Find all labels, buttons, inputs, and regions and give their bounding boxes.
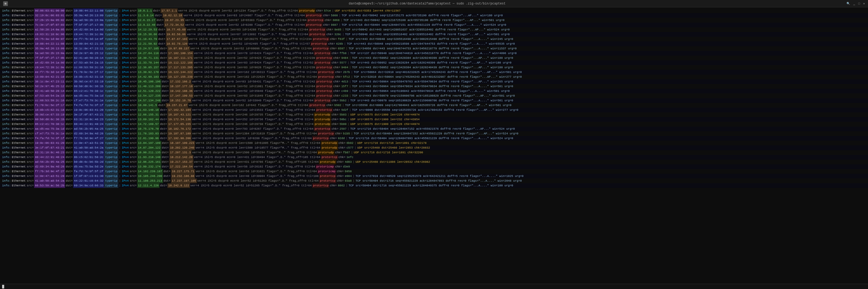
ip-dst-val: 18.62.12.18 (162, 13, 183, 18)
pipe1: | (118, 117, 121, 122)
log-line: info: Ethernet src=a7:53:a9:54:2a:15 dst… (0, 93, 868, 98)
eth-dst-label: dst= (65, 18, 73, 23)
eth-src-label: src= (26, 8, 34, 13)
ip-dst-label: dst= (163, 178, 171, 183)
search-icon[interactable]: 🔍 (846, 2, 850, 5)
eth-type: type=ip (104, 160, 118, 164)
chk-label: chk= (315, 8, 323, 13)
minimize-icon[interactable]: ⎯ (853, 2, 855, 5)
eth-src-mac: 13:09:84:42:21:10 (34, 75, 65, 79)
ipv4-label: IPv4 (121, 169, 129, 174)
eth-type: type=ip (104, 13, 118, 18)
ip-src-val: 11.48.113.209 (137, 84, 161, 89)
eth-src-label: src= (26, 136, 34, 141)
ip-src-val: 11.93.218.148 (137, 155, 161, 160)
log-line: info: Ethernet src=eb:75:3a:1d:0e:07 dst… (0, 37, 868, 41)
eth-label: Ethernet (11, 75, 26, 79)
log-line: info: Ethernet src=35:9a:4d:26:13:09 dst… (0, 46, 868, 51)
log-line: info: Ethernet src=3b:9d:ce:67:33:19 dst… (0, 112, 868, 117)
log-line: info: Ethernet src=aa:d5:ea:75:3a:1d dst… (0, 126, 868, 131)
chk-val: 5808 (330, 13, 338, 18)
ip-dst-label: dst= (154, 13, 162, 18)
eth-src-label: src= (26, 60, 34, 65)
proto-badge: proto=tcp (316, 56, 333, 60)
log-level: info: (2, 117, 11, 122)
ip-dst-label: dst= (153, 8, 161, 13)
proto-badge: proto=tcp (316, 84, 333, 89)
log-level: info: (2, 112, 11, 117)
chk-label: chk= (322, 13, 330, 18)
log-level: info: (2, 174, 11, 178)
ip-dst-val: 18.152.10.70 (169, 98, 191, 103)
proto-badge: proto=tcp (319, 174, 336, 178)
log-line: info: Ethernet src=5a:ad:56:2b:15:0a dst… (0, 51, 868, 56)
tcp-detail: TCP src=8009 dst=35550 seq=1025355726 ac… (351, 108, 519, 112)
chk-label: chk= (331, 126, 339, 131)
ip-fields: ver=4 ihl=5 dscp=0 ecn=0 len=83 id=58431… (191, 79, 316, 84)
log-line: info: Ethernet src=a4:d2:69:34:1a:0d dst… (0, 60, 868, 65)
chk-val: 5bb2 (339, 98, 347, 103)
eth-dst-mac: 1f:0f:87:c3:61:30 (73, 174, 104, 178)
udp-detail: UDP src=5353 dst=5353 len=44 chk=11567 (334, 8, 401, 13)
pipe2: | (349, 108, 351, 112)
title-bar-controls[interactable]: 🔍 ⎯ □ ✕ (846, 2, 865, 5)
ip-src-label: src= (129, 164, 137, 169)
eth-src-label: src= (26, 164, 34, 169)
proto-badge: proto=tcp (309, 27, 326, 32)
eth-src-label: src= (26, 79, 34, 84)
eth-label: Ethernet (11, 108, 26, 112)
ip-fields: ver=4 ihl=5 dscp=0 ecn=0 len=87 id=65383… (185, 18, 307, 23)
eth-type: type=ip (104, 60, 118, 65)
ip-fields: ver=4 ihl=5 dscp=0 ecn=0 len=52 id=21081… (193, 84, 316, 89)
tcp-detail: TCP src=27019 dst=48520 seq=1235251578 a… (355, 174, 524, 178)
log-level: info: (2, 164, 11, 169)
proto-badge: proto=tcp (319, 178, 336, 183)
eth-type: type=ip (104, 56, 118, 60)
chk-label: chk= (331, 112, 339, 117)
pipe1: | (118, 136, 121, 141)
chk-val: 5b80 (339, 122, 347, 126)
maximize-icon[interactable]: □ (858, 2, 860, 5)
eth-dst-label: dst= (65, 8, 73, 13)
chk-label: chk= (333, 84, 341, 89)
close-icon[interactable]: ✕ (863, 2, 865, 5)
ip-dst-val: 19.112.122.188 (167, 60, 193, 65)
ip-src-val: 13.69.162.44 (137, 117, 159, 122)
ipv4-label: IPv4 (121, 178, 129, 183)
ip-dst-label: dst= (159, 108, 167, 112)
eth-dst-label: dst= (65, 155, 73, 160)
chk-label: chk= (329, 37, 337, 41)
ip-fields: ver=4 ihl=5 dscp=0 ecn=0 len=56 id=31021… (195, 169, 317, 174)
pipe2: | (354, 141, 357, 145)
ip-src-label: src= (129, 160, 137, 164)
eth-src-label: src= (26, 18, 34, 23)
eth-src-mac: 7c:3e:1f:0f:07:03 (34, 23, 65, 27)
eth-label: Ethernet (11, 32, 26, 37)
pipe2: | (347, 122, 350, 126)
proto-badge: proto=udp (314, 117, 331, 122)
ip-dst-label: dst= (158, 32, 165, 37)
ip-fields: ver=4 ihl=5 dscp=0 ecn=0 len=52 id=33049… (191, 98, 314, 103)
pipe1: | (118, 122, 121, 126)
proto-badge: proto=tcp (317, 70, 334, 75)
log-line: info: Ethernet src=10:88:44:22:11:08 dst… (0, 41, 868, 46)
tcp-detail: TCP src=443 dst=50948 seq=3285516498 ack… (348, 37, 514, 41)
ip-fields: ver=4 ihl=5 dscp=0 ecn=0 len=56 id=26192… (193, 164, 316, 169)
ip-src-label: src= (129, 108, 137, 112)
eth-type: type=ip (104, 112, 118, 117)
log-line: info: Ethernet src=32:19:0c:06:03:01 dst… (0, 13, 868, 18)
pipe2: | (350, 70, 353, 75)
pipe2: | (345, 183, 348, 188)
eth-src-mac: a7:53:a9:54:2a:15 (34, 93, 65, 98)
eth-label: Ethernet (11, 70, 26, 75)
chk-label: chk= (333, 89, 341, 93)
ip-dst-label: dst= (159, 75, 167, 79)
eth-label: Ethernet (11, 122, 26, 126)
proto-badge: proto=tcp (316, 93, 333, 98)
eth-dst-label: dst= (65, 23, 73, 27)
eth-dst-mac: aa:d5:ea:75:3a:1d (73, 93, 104, 98)
pipe1: | (118, 18, 121, 23)
ipv4-label: IPv4 (121, 150, 129, 155)
eth-dst-mac: 1c:8e:47:a3:51:28 (73, 141, 104, 145)
ip-dst-label: dst= (159, 183, 167, 188)
